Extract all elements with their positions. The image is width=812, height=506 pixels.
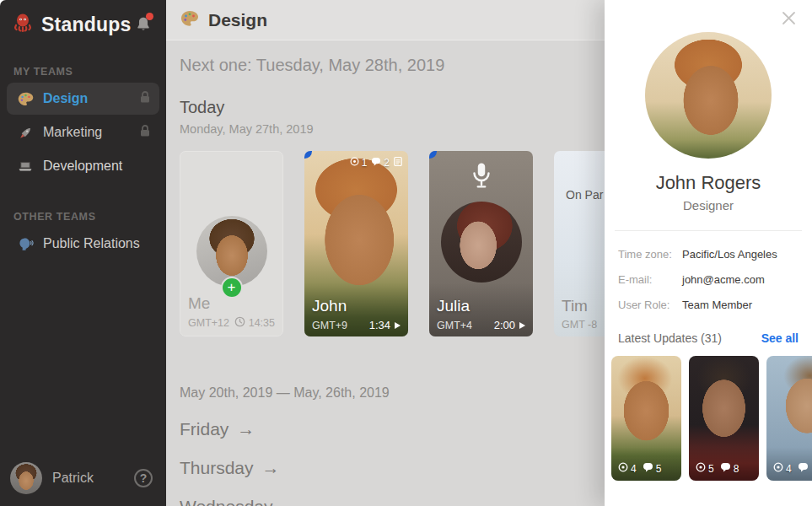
field-email: E-mail: john@acme.com bbox=[618, 273, 812, 286]
views-icon bbox=[618, 462, 628, 475]
views-icon bbox=[773, 462, 783, 475]
sidebar-item-marketing[interactable]: Marketing bbox=[7, 116, 159, 148]
views-count: 4 bbox=[786, 463, 792, 475]
field-label: User Role: bbox=[618, 299, 682, 311]
comments-icon bbox=[798, 462, 809, 475]
field-value: john@acme.com bbox=[682, 273, 765, 286]
day-label: Wednesday bbox=[180, 497, 273, 506]
sidebar: Standups MY TEAMS Design bbox=[0, 0, 166, 506]
latest-updates-title: Latest Updates (31) bbox=[618, 331, 722, 345]
status-text: On Par bbox=[566, 188, 603, 202]
field-timezone: Time zone: Pacific/Los Angeles bbox=[618, 248, 812, 261]
card-name: John bbox=[312, 297, 401, 315]
duration-value: 1:34 bbox=[369, 319, 390, 331]
lock-icon bbox=[139, 90, 151, 107]
views-count: 1 bbox=[362, 157, 368, 169]
profile-role: Designer bbox=[605, 198, 812, 213]
current-user-avatar[interactable] bbox=[10, 462, 42, 494]
current-user-name[interactable]: Patrick bbox=[52, 471, 134, 486]
arrow-right-icon: → bbox=[237, 419, 255, 439]
sidebar-item-development[interactable]: Development bbox=[7, 150, 159, 182]
update-thumbnail[interactable]: 5 8 bbox=[689, 356, 759, 481]
speaking-head-icon bbox=[15, 236, 35, 252]
my-teams-label: MY TEAMS bbox=[13, 66, 166, 78]
profile-fields: Time zone: Pacific/Los Angeles E-mail: j… bbox=[618, 248, 812, 311]
update-thumbnail[interactable]: 4 5 bbox=[611, 356, 681, 481]
help-icon[interactable]: ? bbox=[134, 469, 153, 487]
views-icon bbox=[350, 157, 359, 169]
standup-card-julia[interactable]: Julia GMT+4 2:00 bbox=[429, 151, 533, 336]
sidebar-item-label: Development bbox=[43, 159, 151, 174]
sidebar-footer: Patrick ? bbox=[0, 455, 166, 506]
palette-icon bbox=[15, 90, 35, 108]
arrow-right-icon: → bbox=[282, 497, 299, 506]
update-thumbnail[interactable]: 4 bbox=[766, 356, 812, 481]
notification-dot bbox=[146, 13, 153, 20]
divider bbox=[615, 230, 802, 231]
sidebar-item-label: Public Relations bbox=[43, 236, 151, 251]
day-label: Thursday bbox=[180, 458, 254, 478]
card-name: Julia bbox=[437, 297, 525, 315]
notifications-bell-icon[interactable] bbox=[134, 14, 154, 35]
comments-count: 2 bbox=[384, 157, 390, 169]
laptop-icon bbox=[15, 158, 35, 175]
updates-thumbnails: 4 5 bbox=[605, 356, 812, 481]
comments-icon bbox=[371, 157, 381, 169]
rocket-icon bbox=[15, 125, 35, 141]
sidebar-item-label: Design bbox=[43, 91, 139, 106]
profile-avatar bbox=[645, 32, 772, 159]
field-value: Pacific/Los Angeles bbox=[682, 248, 777, 261]
sidebar-header: Standups bbox=[0, 0, 166, 37]
app-window: Standups MY TEAMS Design bbox=[0, 0, 812, 506]
comments-icon bbox=[643, 462, 653, 475]
other-teams-label: OTHER TEAMS bbox=[13, 211, 166, 223]
standup-card-john[interactable]: 1 2 bbox=[304, 151, 408, 336]
microphone-icon bbox=[469, 161, 494, 193]
unread-dot bbox=[304, 151, 312, 159]
sidebar-item-label: Marketing bbox=[43, 125, 139, 140]
views-count: 4 bbox=[631, 463, 637, 475]
sidebar-item-design[interactable]: Design bbox=[7, 83, 159, 115]
field-label: Time zone: bbox=[618, 248, 682, 261]
card-local-time: 14:35 bbox=[249, 317, 275, 329]
lock-icon bbox=[139, 124, 151, 141]
arrow-right-icon: → bbox=[262, 458, 280, 478]
standup-card-me[interactable]: + Me GMT+12 bbox=[180, 151, 283, 336]
field-value: Team Member bbox=[682, 299, 752, 311]
field-label: E-mail: bbox=[618, 273, 682, 286]
field-user-role: User Role: Team Member bbox=[618, 299, 812, 311]
close-icon[interactable] bbox=[781, 10, 797, 30]
comments-count: 8 bbox=[734, 463, 739, 475]
card-timezone: GMT+12 bbox=[188, 317, 229, 329]
see-all-link[interactable]: See all bbox=[761, 331, 799, 345]
profile-name: John Rogers bbox=[605, 172, 812, 194]
avatar bbox=[441, 202, 522, 283]
views-icon bbox=[696, 462, 706, 475]
duration-value: 2:00 bbox=[494, 319, 515, 331]
views-count: 5 bbox=[708, 463, 714, 475]
app-title: Standups bbox=[41, 13, 134, 36]
palette-icon bbox=[180, 8, 200, 32]
add-standup-button[interactable]: + bbox=[221, 277, 243, 299]
day-label: Friday bbox=[180, 419, 229, 439]
play-icon[interactable] bbox=[395, 322, 401, 329]
profile-panel: John Rogers Designer Time zone: Pacific/… bbox=[605, 0, 812, 506]
play-icon[interactable] bbox=[519, 322, 525, 329]
card-timezone: GMT+9 bbox=[312, 320, 347, 331]
comments-count: 5 bbox=[656, 463, 662, 475]
sidebar-item-public-relations[interactable]: Public Relations bbox=[7, 228, 159, 260]
clock-icon bbox=[234, 316, 245, 330]
unread-dot bbox=[429, 151, 437, 159]
octopus-logo-icon bbox=[12, 12, 34, 37]
notes-icon bbox=[394, 156, 402, 169]
comments-icon bbox=[720, 462, 731, 475]
card-timezone: GMT+4 bbox=[437, 320, 472, 331]
